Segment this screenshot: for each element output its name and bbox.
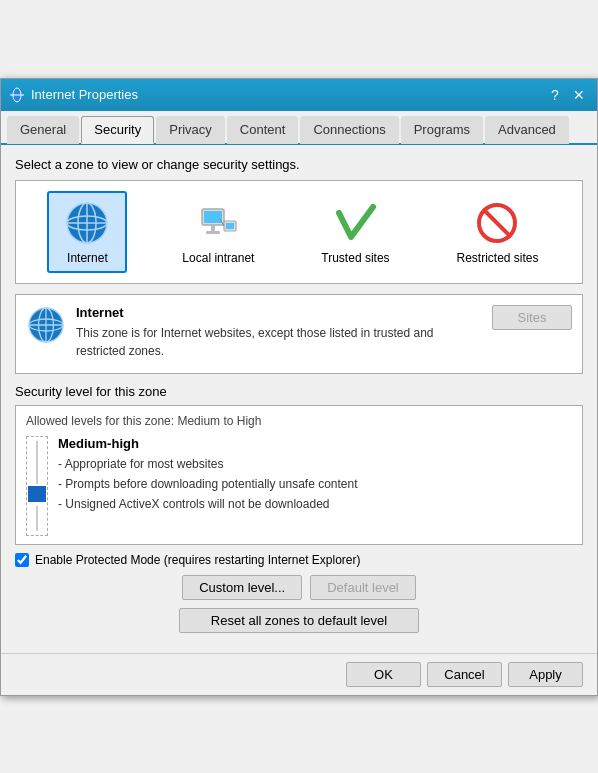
zone-trusted-sites-label: Trusted sites xyxy=(321,251,389,265)
level-bullet-3: - Unsigned ActiveX controls will not be … xyxy=(58,495,572,513)
reset-zones-button[interactable]: Reset all zones to default level xyxy=(179,608,419,633)
zone-item-restricted-sites[interactable]: Restricted sites xyxy=(444,191,550,273)
level-title: Medium-high xyxy=(58,436,572,451)
security-slider[interactable] xyxy=(26,436,48,536)
close-button[interactable]: ✕ xyxy=(569,85,589,105)
tab-content-panel: Select a zone to view or change security… xyxy=(1,145,597,653)
apply-button[interactable]: Apply xyxy=(508,662,583,687)
zone-select-label: Select a zone to view or change security… xyxy=(15,157,583,172)
ok-button[interactable]: OK xyxy=(346,662,421,687)
zone-item-internet[interactable]: Internet xyxy=(47,191,127,273)
security-level-box: Allowed levels for this zone: Medium to … xyxy=(15,405,583,545)
reset-zones-row: Reset all zones to default level xyxy=(15,608,583,633)
zone-internet-label: Internet xyxy=(67,251,108,265)
title-bar-controls: ? ✕ xyxy=(545,85,589,105)
level-info: Medium-high - Appropriate for most websi… xyxy=(58,436,572,536)
title-bar: Internet Properties ? ✕ xyxy=(1,79,597,111)
zone-local-intranet-label: Local intranet xyxy=(182,251,254,265)
tab-security[interactable]: Security xyxy=(81,116,154,144)
tab-privacy[interactable]: Privacy xyxy=(156,116,225,144)
security-level-section: Security level for this zone Allowed lev… xyxy=(15,384,583,633)
zone-icons-row: Internet Local intranet xyxy=(26,191,572,273)
restricted-sites-icon xyxy=(473,199,521,247)
zone-info-icon-internet xyxy=(26,305,66,345)
svg-rect-10 xyxy=(204,211,222,223)
tab-bar: General Security Privacy Content Connect… xyxy=(1,111,597,145)
title-bar-left: Internet Properties xyxy=(9,87,138,103)
protected-mode-checkbox[interactable] xyxy=(15,553,29,567)
window-title: Internet Properties xyxy=(31,87,138,102)
tab-connections[interactable]: Connections xyxy=(300,116,398,144)
custom-level-button[interactable]: Custom level... xyxy=(182,575,302,600)
tab-programs[interactable]: Programs xyxy=(401,116,483,144)
svg-rect-12 xyxy=(206,231,220,234)
internet-properties-window: Internet Properties ? ✕ General Security… xyxy=(0,78,598,696)
protected-mode-label: Enable Protected Mode (requires restarti… xyxy=(35,553,361,567)
svg-rect-11 xyxy=(211,225,215,231)
slider-area: Medium-high - Appropriate for most websi… xyxy=(26,436,572,536)
zone-info-description: This zone is for Internet websites, exce… xyxy=(76,324,482,360)
zone-item-trusted-sites[interactable]: Trusted sites xyxy=(309,191,401,273)
level-bullet-1: - Appropriate for most websites xyxy=(58,455,572,473)
zone-info-panel: Internet This zone is for Internet websi… xyxy=(15,294,583,374)
level-buttons-row: Custom level... Default level xyxy=(15,575,583,600)
allowed-levels-label: Allowed levels for this zone: Medium to … xyxy=(26,414,572,428)
help-button[interactable]: ? xyxy=(545,85,565,105)
app-icon xyxy=(9,87,25,103)
tab-general[interactable]: General xyxy=(7,116,79,144)
zone-item-local-intranet[interactable]: Local intranet xyxy=(170,191,266,273)
tab-content[interactable]: Content xyxy=(227,116,299,144)
sites-button[interactable]: Sites xyxy=(492,305,572,330)
level-bullet-2: - Prompts before downloading potentially… xyxy=(58,475,572,493)
local-intranet-icon xyxy=(194,199,242,247)
security-level-title: Security level for this zone xyxy=(15,384,583,399)
tab-advanced[interactable]: Advanced xyxy=(485,116,569,144)
zone-selection-box: Internet Local intranet xyxy=(15,180,583,284)
zone-restricted-sites-label: Restricted sites xyxy=(456,251,538,265)
cancel-button[interactable]: Cancel xyxy=(427,662,502,687)
zone-info-text: Internet This zone is for Internet websi… xyxy=(76,305,482,360)
dialog-footer: OK Cancel Apply xyxy=(1,653,597,695)
default-level-button[interactable]: Default level xyxy=(310,575,416,600)
zone-info-title: Internet xyxy=(76,305,482,320)
internet-icon xyxy=(63,199,111,247)
trusted-sites-icon xyxy=(331,199,379,247)
svg-rect-14 xyxy=(226,223,234,229)
protected-mode-row: Enable Protected Mode (requires restarti… xyxy=(15,553,583,567)
